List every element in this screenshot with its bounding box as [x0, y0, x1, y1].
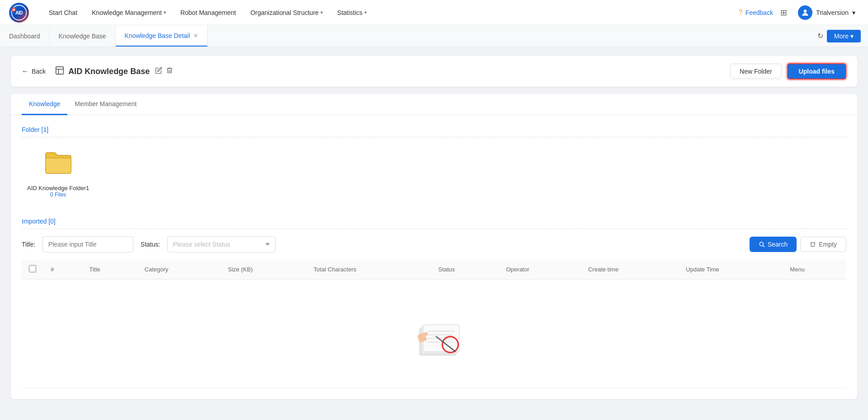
chevron-down-icon: ▾: [321, 10, 323, 15]
header-actions: New Folder Upload files: [730, 63, 846, 79]
empty-illustration: [398, 307, 470, 361]
feedback-button[interactable]: ? Feedback: [739, 9, 773, 17]
user-avatar: [798, 5, 812, 20]
imported-section-title: Imported [0]: [22, 218, 56, 225]
svg-point-4: [804, 9, 807, 13]
content-area: Folder [1] AID Knowledge Folder1 0 Files: [11, 115, 857, 399]
upload-files-button[interactable]: Upload files: [787, 63, 846, 79]
page-header: ← Back AID Knowledge Base New Folder Upl…: [11, 56, 857, 87]
folder-icon: [44, 150, 73, 181]
svg-text:AID: AID: [15, 10, 23, 15]
table-header-checkbox: [22, 260, 43, 280]
folder-section-header: Folder [1]: [22, 126, 846, 137]
empty-state: [22, 280, 846, 388]
select-all-checkbox[interactable]: [29, 265, 36, 272]
filter-row: Title: Status: Please select Status: [22, 236, 846, 252]
back-button[interactable]: ← Back: [22, 67, 46, 75]
more-button[interactable]: More ▾: [827, 30, 861, 42]
nav-knowledge-management[interactable]: Knowledge Management ▾: [85, 5, 172, 20]
chevron-down-icon: ▾: [852, 9, 855, 16]
main-content: ← Back AID Knowledge Base New Folder Upl…: [0, 47, 868, 420]
tab-knowledge[interactable]: Knowledge: [22, 94, 67, 115]
svg-point-3: [13, 9, 15, 11]
breadcrumb-tabs: Dashboard Knowledge Base Knowledge Base …: [0, 25, 810, 47]
breadcrumb-tab-dashboard[interactable]: Dashboard: [0, 25, 50, 47]
user-menu-button[interactable]: Trialversion ▾: [794, 4, 859, 22]
folder-grid: AID Knowledge Folder1 0 Files: [22, 145, 846, 203]
search-button[interactable]: Search: [750, 237, 797, 252]
status-filter-select[interactable]: [167, 236, 276, 252]
back-arrow-icon: ←: [22, 67, 29, 75]
tab-member-management[interactable]: Member Management: [67, 94, 144, 115]
knowledge-base-icon: [55, 65, 65, 78]
col-menu: Menu: [783, 260, 846, 280]
nav-robot-management[interactable]: Robot Management: [174, 5, 242, 20]
title-filter-input[interactable]: [42, 236, 133, 252]
breadcrumb-bar: Dashboard Knowledge Base Knowledge Base …: [0, 25, 868, 47]
col-size: Size (KB): [221, 260, 306, 280]
col-category: Category: [137, 260, 221, 280]
imported-section: Imported [0] Title: Status: Please selec…: [22, 218, 846, 388]
breadcrumb-tab-knowledge-base-detail[interactable]: Knowledge Base Detail ✕: [116, 25, 208, 47]
folder-item[interactable]: AID Knowledge Folder1 0 Files: [22, 145, 94, 203]
col-total-chars: Total Characters: [307, 260, 431, 280]
col-number: #: [43, 260, 82, 280]
nav-right: ? Feedback ⊞ Trialversion ▾: [739, 4, 859, 22]
breadcrumb-right: ↻ More ▾: [810, 30, 868, 42]
breadcrumb-tab-knowledge-base[interactable]: Knowledge Base: [50, 25, 116, 47]
col-status: Status: [431, 260, 499, 280]
imported-table: # Title Category Size (KB) Total Charact…: [22, 260, 846, 388]
new-folder-button[interactable]: New Folder: [730, 64, 782, 79]
chevron-down-icon: ▾: [164, 10, 166, 15]
nav-statistics[interactable]: Statistics ▾: [331, 5, 373, 20]
nav-items: Start Chat Knowledge Management ▾ Robot …: [42, 5, 739, 20]
feedback-icon: ?: [739, 9, 743, 17]
tab-bar: Knowledge Member Management: [11, 94, 857, 115]
chevron-down-icon: ▾: [850, 33, 854, 40]
imported-section-header: Imported [0]: [22, 218, 846, 229]
col-title: Title: [82, 260, 137, 280]
filter-actions: Search Empty: [750, 237, 846, 252]
chevron-down-icon: ▾: [364, 10, 367, 15]
logo-icon: AID: [9, 3, 29, 23]
col-operator: Operator: [499, 260, 580, 280]
content-card: Knowledge Member Management Folder [1]: [11, 94, 857, 399]
knowledge-base-title: AID Knowledge Base: [68, 67, 150, 76]
refresh-icon[interactable]: ↻: [817, 32, 823, 40]
svg-point-8: [760, 242, 763, 246]
empty-button[interactable]: Empty: [800, 237, 846, 252]
status-filter-label: Status:: [141, 241, 160, 248]
svg-line-9: [763, 246, 764, 247]
logo[interactable]: AID: [9, 3, 29, 23]
close-tab-icon[interactable]: ✕: [193, 33, 198, 39]
col-update-time: Update Time: [679, 260, 783, 280]
top-nav: AID Start Chat Knowledge Management ▾ Ro…: [0, 0, 868, 25]
col-create-time: Create time: [581, 260, 679, 280]
delete-icon[interactable]: [166, 67, 173, 76]
nav-org-structure[interactable]: Organizational Structure ▾: [244, 5, 329, 20]
translate-icon[interactable]: ⊞: [780, 8, 787, 18]
folder-section-title: Folder [1]: [22, 126, 48, 133]
nav-start-chat[interactable]: Start Chat: [42, 5, 84, 20]
svg-rect-5: [56, 66, 64, 74]
edit-icon[interactable]: [155, 67, 162, 76]
title-filter-label: Title:: [22, 241, 35, 248]
